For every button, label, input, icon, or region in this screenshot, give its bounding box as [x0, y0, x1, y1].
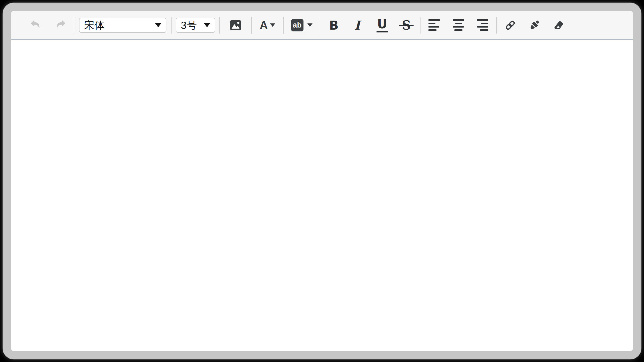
align-right-button[interactable] [470, 13, 495, 37]
format-brush-button[interactable] [522, 13, 547, 37]
underline-button[interactable]: U [370, 13, 394, 37]
toolbar-separator [496, 17, 497, 34]
font-size-select[interactable]: 3号 [176, 18, 215, 33]
chevron-down-icon [204, 23, 210, 27]
toolbar-separator [171, 17, 172, 34]
strikethrough-button[interactable]: S [394, 13, 418, 37]
font-color-button[interactable]: A [253, 13, 282, 37]
font-color-label: A [260, 20, 268, 31]
chevron-down-icon [155, 23, 161, 27]
link-icon [504, 19, 516, 31]
italic-button[interactable]: I [346, 13, 370, 37]
eraser-icon [552, 19, 565, 31]
redo-icon [54, 19, 66, 31]
bold-button[interactable]: B [322, 13, 346, 37]
chevron-down-icon [270, 23, 275, 27]
toolbar-separator [219, 17, 220, 34]
align-center-button[interactable] [446, 13, 470, 37]
align-left-button[interactable] [422, 13, 446, 37]
undo-icon [30, 19, 42, 31]
font-family-select[interactable]: 宋体 [79, 18, 166, 33]
eraser-button[interactable] [547, 13, 571, 37]
font-size-value: 3号 [181, 20, 197, 30]
bold-label: B [329, 19, 339, 31]
toolbar-separator [283, 17, 284, 34]
toolbar-separator [74, 17, 74, 34]
highlight-color-button[interactable]: ab [285, 13, 318, 37]
editor-content[interactable] [11, 40, 633, 350]
image-icon [229, 19, 242, 32]
page-background: 宋体 3号 A [0, 0, 644, 362]
insert-image-button[interactable] [221, 13, 250, 37]
font-family-value: 宋体 [84, 20, 105, 30]
chevron-down-icon [307, 23, 312, 27]
align-center-icon [453, 19, 464, 31]
toolbar-separator [251, 17, 252, 34]
editor-toolbar: 宋体 3号 A [11, 11, 633, 40]
redo-button[interactable] [48, 13, 72, 37]
italic-label: I [354, 19, 362, 31]
underline-label: U [377, 18, 388, 32]
toolbar-separator [420, 17, 421, 34]
strikethrough-label: S [401, 19, 412, 31]
rich-text-editor-window: 宋体 3号 A [3, 3, 641, 359]
align-left-icon [428, 19, 440, 31]
highlight-color-label: ab [291, 19, 303, 31]
brush-icon [528, 19, 541, 31]
insert-link-button[interactable] [498, 13, 522, 37]
undo-button[interactable] [24, 13, 48, 37]
toolbar-separator [320, 17, 320, 34]
align-right-icon [477, 19, 488, 31]
